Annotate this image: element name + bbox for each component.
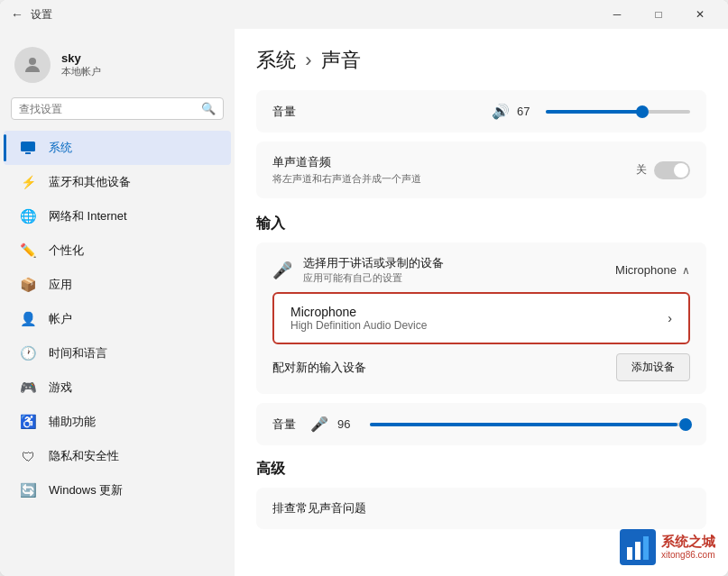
input-volume-label: 音量 [272,416,296,433]
device-select-row: 🎤 选择用于讲话或录制的设备 应用可能有自己的设置 Microphone ∧ [272,255,690,285]
sidebar-item-accounts[interactable]: 👤 帐户 [4,302,231,336]
device-select-left: 🎤 选择用于讲话或录制的设备 应用可能有自己的设置 [272,255,444,285]
sidebar-item-gaming-label: 游戏 [49,379,72,396]
sidebar-item-personalization[interactable]: ✏️ 个性化 [4,233,231,268]
mono-audio-card: 单声道音频 将左声道和右声道合并成一个声道 关 [256,142,706,198]
volume-slider[interactable] [546,110,690,114]
device-select-info: 选择用于讲话或录制的设备 应用可能有自己的设置 [303,255,444,285]
search-icon: 🔍 [201,102,216,115]
sidebar-item-windows-update[interactable]: 🔄 Windows 更新 [4,473,231,507]
main-content: 系统 › 声音 音量 🔊 67 [235,29,728,576]
input-volume-control: 🎤 96 [310,416,690,433]
sidebar-item-gaming[interactable]: 🎮 游戏 [4,370,231,405]
minimize-button[interactable]: ─ [596,0,638,29]
sidebar-item-network-label: 网络和 Internet [49,208,127,224]
sidebar-item-personalization-label: 个性化 [49,242,84,259]
sidebar-item-apps-label: 应用 [49,277,72,293]
sidebar-item-system-label: 系统 [49,140,72,156]
breadcrumb-current: 声音 [321,49,361,71]
window-title: 设置 [31,7,52,23]
mono-sub: 将左声道和右声道合并成一个声道 [272,172,421,186]
accounts-icon: 👤 [18,309,38,329]
microphone-option-sub: High Definition Audio Device [290,319,427,332]
microphone-option[interactable]: Microphone High Definition Audio Device … [272,292,690,344]
sidebar-item-bluetooth[interactable]: ⚡ 蓝牙和其他设备 [4,165,231,199]
volume-card: 音量 🔊 67 [256,90,706,133]
microphone-option-left: Microphone High Definition Audio Device [290,305,427,332]
mono-toggle[interactable] [654,161,690,179]
user-avatar-icon [22,54,43,76]
sidebar-item-accessibility-label: 辅助功能 [49,414,96,430]
volume-label: 音量 [272,104,296,120]
page-header: 系统 › 声音 [256,47,706,74]
avatar [14,47,51,83]
mono-toggle-knob [674,163,688,178]
sidebar-item-system[interactable]: 系统 [4,131,231,165]
user-info: sky 本地帐户 [61,51,101,78]
device-selected-name: Microphone [615,263,677,277]
advanced-card[interactable]: 排查常见声音问题 [256,488,706,529]
input-volume-fill [370,423,677,426]
volume-speaker-icon: 🔊 [492,103,510,120]
gaming-icon: 🎮 [18,378,38,398]
input-volume-card: 音量 🎤 96 [256,403,706,445]
input-mic-icon: 🎤 [310,416,328,433]
accessibility-icon: ♿ [18,412,38,432]
advanced-sub-label: 排查常见声音问题 [272,500,366,517]
volume-fill [546,110,642,114]
chevron-right-icon: › [668,311,672,325]
network-icon: 🌐 [18,206,38,226]
volume-value: 67 [517,105,539,118]
sidebar-item-time-label: 时间和语言 [49,345,107,361]
svg-rect-2 [25,152,31,154]
bluetooth-icon: ⚡ [18,172,38,192]
volume-row: 音量 🔊 67 [272,103,690,120]
input-volume-slider[interactable] [370,423,690,426]
settings-window: ← 设置 ─ □ ✕ sky 本地帐户 [0,0,728,576]
pair-add-row: 配对新的输入设备 添加设备 [272,353,690,381]
breadcrumb-separator: › [305,49,311,71]
advanced-title: 高级 [256,460,706,479]
sidebar-item-bluetooth-label: 蓝牙和其他设备 [49,174,131,190]
input-volume-row: 音量 🎤 96 [272,416,690,433]
sidebar-item-time[interactable]: 🕐 时间和语言 [4,336,231,370]
username: sky [61,51,101,65]
close-button[interactable]: ✕ [679,0,721,29]
input-device-card: 🎤 选择用于讲话或录制的设备 应用可能有自己的设置 Microphone ∧ [256,242,706,394]
content-area: sky 本地帐户 🔍 系统 ⚡ [0,29,728,576]
pair-label: 配对新的输入设备 [272,360,366,376]
mono-label: 单声道音频 [272,154,421,170]
chevron-up-icon: ∧ [682,264,690,277]
windows-update-icon: 🔄 [18,480,38,500]
personalization-icon: ✏️ [18,241,38,261]
add-device-button[interactable]: 添加设备 [616,353,690,381]
sidebar-item-network[interactable]: 🌐 网络和 Internet [4,199,231,233]
sidebar-item-accessibility[interactable]: ♿ 辅助功能 [4,405,231,439]
microphone-option-name: Microphone [290,305,427,319]
microphone-icon: 🎤 [272,261,292,280]
user-section: sky 本地帐户 [0,36,235,97]
maximize-button[interactable]: □ [638,0,679,29]
apps-icon: 📦 [18,275,38,295]
svg-rect-1 [21,142,35,151]
device-select-label: 选择用于讲话或录制的设备 [303,255,444,271]
sidebar-item-apps[interactable]: 📦 应用 [4,268,231,302]
breadcrumb-parent: 系统 [256,49,296,71]
mono-left: 单声道音频 将左声道和右声道合并成一个声道 [272,154,421,186]
volume-thumb[interactable] [636,105,649,118]
mono-toggle-wrap: 关 [636,161,690,179]
input-section-title: 输入 [256,215,706,233]
sidebar: sky 本地帐户 🔍 系统 ⚡ [0,29,235,576]
search-input[interactable] [19,103,196,115]
sidebar-item-privacy[interactable]: 🛡 隐私和安全性 [4,439,231,473]
back-icon[interactable]: ← [11,7,23,22]
input-volume-value: 96 [337,417,361,431]
input-volume-thumb[interactable] [679,418,692,431]
user-subtitle: 本地帐户 [61,65,101,78]
device-select-sub: 应用可能有自己的设置 [303,271,444,285]
mono-row: 单声道音频 将左声道和右声道合并成一个声道 关 [272,154,690,186]
privacy-icon: 🛡 [18,446,38,466]
search-box[interactable]: 🔍 [11,97,224,120]
time-icon: 🕐 [18,343,38,363]
device-selected[interactable]: Microphone ∧ [615,263,690,277]
